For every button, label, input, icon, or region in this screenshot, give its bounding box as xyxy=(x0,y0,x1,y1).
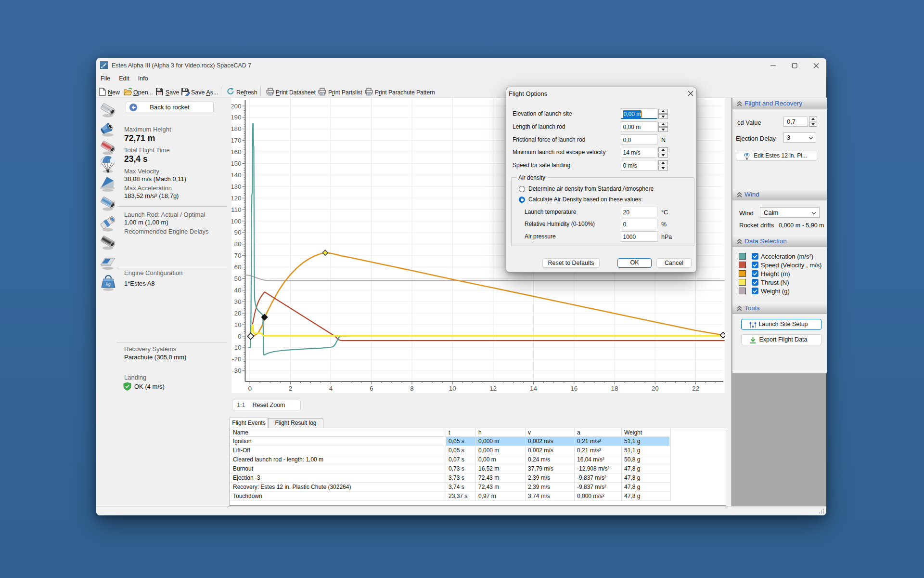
svg-text:90: 90 xyxy=(234,229,241,236)
svg-text:8: 8 xyxy=(410,385,414,392)
svg-text:180: 180 xyxy=(231,125,242,132)
svg-text:150: 150 xyxy=(231,160,242,167)
svg-text:-20: -20 xyxy=(232,355,242,363)
svg-text:50: 50 xyxy=(234,275,241,282)
svg-text:12: 12 xyxy=(489,385,497,392)
svg-text:30: 30 xyxy=(234,298,241,305)
svg-text:100: 100 xyxy=(231,218,242,225)
svg-text:2: 2 xyxy=(289,385,293,392)
svg-text:10: 10 xyxy=(234,321,241,328)
svg-text:16: 16 xyxy=(570,385,578,392)
svg-text:18: 18 xyxy=(611,385,618,392)
svg-text:4: 4 xyxy=(329,385,333,392)
svg-text:200: 200 xyxy=(231,103,242,110)
svg-text:160: 160 xyxy=(231,148,242,156)
svg-text:6: 6 xyxy=(370,385,373,392)
svg-text:120: 120 xyxy=(231,195,242,202)
svg-text:190: 190 xyxy=(231,114,242,121)
svg-text:0: 0 xyxy=(238,333,242,340)
svg-text:22: 22 xyxy=(692,385,699,392)
svg-text:40: 40 xyxy=(234,287,241,294)
svg-text:70: 70 xyxy=(234,252,241,259)
svg-text:20: 20 xyxy=(652,385,659,392)
svg-text:-10: -10 xyxy=(232,344,242,351)
svg-text:kg: kg xyxy=(106,281,110,287)
svg-text:130: 130 xyxy=(231,183,242,190)
svg-text:0: 0 xyxy=(248,385,252,392)
svg-text:10: 10 xyxy=(449,385,456,392)
svg-text:14: 14 xyxy=(530,385,538,392)
svg-text:110: 110 xyxy=(231,206,242,213)
svg-text:-30: -30 xyxy=(232,367,242,374)
svg-text:60: 60 xyxy=(234,263,241,271)
svg-text:20: 20 xyxy=(234,310,241,317)
svg-text:170: 170 xyxy=(231,137,242,144)
svg-text:80: 80 xyxy=(234,240,241,248)
svg-text:140: 140 xyxy=(231,171,242,179)
